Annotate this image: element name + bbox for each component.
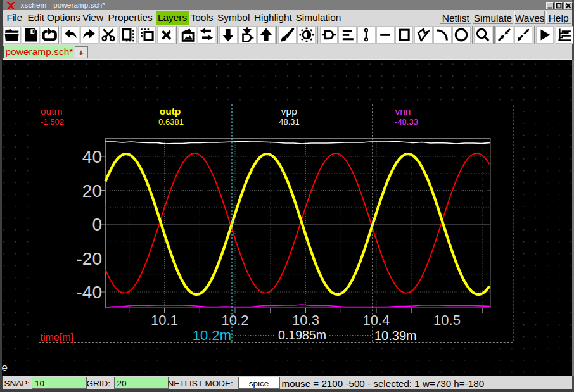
svg-text:10.4: 10.4 — [363, 312, 390, 328]
svg-text:10.5: 10.5 — [433, 312, 461, 328]
svg-text:48.31: 48.31 — [279, 117, 300, 127]
svg-text:10.2m: 10.2m — [193, 327, 231, 343]
svg-text:10.2: 10.2 — [222, 312, 249, 328]
svg-text:0.1985m: 0.1985m — [278, 328, 326, 342]
svg-text:10.1: 10.1 — [151, 312, 178, 328]
svg-text:vnn: vnn — [395, 106, 411, 117]
svg-text:outm: outm — [41, 106, 62, 117]
svg-text:-20: -20 — [77, 249, 102, 269]
svg-text:time[m]: time[m] — [41, 332, 73, 343]
svg-text:outp: outp — [160, 106, 181, 117]
svg-text:0: 0 — [92, 215, 102, 234]
svg-text:10.3: 10.3 — [292, 312, 319, 328]
svg-text:20: 20 — [82, 181, 102, 201]
svg-text:-1.502: -1.502 — [41, 117, 64, 127]
svg-text:0.6381: 0.6381 — [158, 117, 184, 127]
svg-text:10.39m: 10.39m — [374, 329, 417, 343]
svg-text:vpp: vpp — [281, 106, 297, 117]
svg-text:40: 40 — [82, 147, 102, 167]
svg-text:-40: -40 — [77, 282, 102, 302]
svg-text:-48.33: -48.33 — [395, 117, 418, 127]
